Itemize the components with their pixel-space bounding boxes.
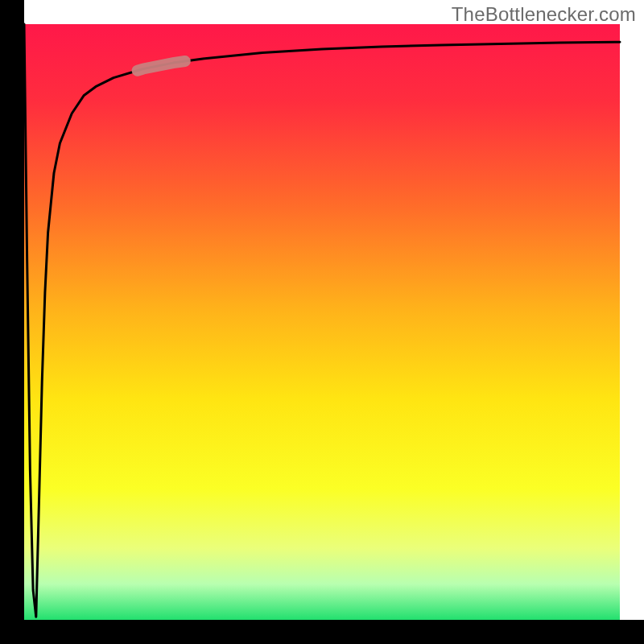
plot-background (24, 24, 620, 620)
x-axis (0, 620, 644, 644)
y-axis (0, 0, 24, 644)
watermark-text: TheBottlenecker.com (452, 3, 636, 26)
bottleneck-chart (0, 0, 644, 644)
